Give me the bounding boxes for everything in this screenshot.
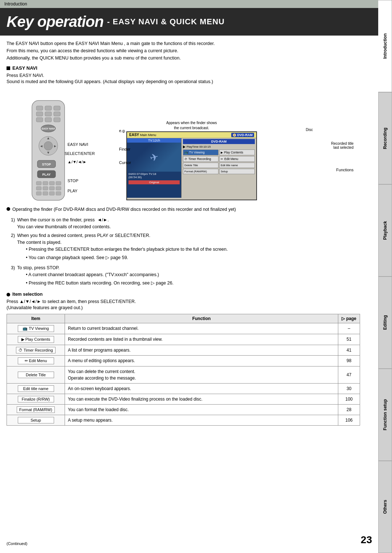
step-2-text: When you find a desired content, press P… [17, 232, 228, 239]
table-cell-page: 100 [338, 394, 360, 404]
plane-icon: ✈ [148, 150, 160, 164]
label-arrows: ▲/▼/◄/► [68, 160, 87, 164]
table-cell-function: You can execute the DVD-Video finalizing… [65, 394, 338, 404]
svg-rect-26 [36, 187, 41, 190]
svg-rect-28 [49, 187, 54, 190]
table-cell-item: Setup [7, 415, 65, 425]
sidebar-tab-introduction[interactable]: Introduction [378, 0, 392, 92]
table-cell-item: Delete Title [7, 366, 65, 383]
intro-text-1: The EASY NAVI button opens the EASY NAVI… [7, 41, 215, 46]
svg-text:►: ► [53, 144, 57, 148]
table-cell-function: A menu of editing options appears. [65, 355, 338, 366]
screen-mockup: EASY Main Menu 📀 DVD-RAM TV:12ch ✈ 04/03… [126, 131, 257, 200]
step-1-sub: You can view thumbnails of recorded cont… [17, 224, 111, 230]
label-easy-navi: EASY NAVI [68, 142, 88, 147]
table-cell-page: 47 [338, 366, 360, 383]
sound-muted-text: Sound is muted and the following GUI app… [7, 79, 360, 84]
function-table: Item Function ▷ page 📺 TV ViewingReturn … [7, 314, 360, 426]
svg-rect-7 [36, 118, 43, 122]
play-time-indicator: PlayTime 00:10:15 [183, 145, 255, 148]
menu-item-delete-title[interactable]: Delete Title [183, 163, 219, 168]
page-number: 23 [361, 534, 372, 546]
svg-rect-9 [54, 118, 60, 122]
label-functions: Functions [336, 168, 354, 172]
step-1: 1) When the cursor is on the finder, pre… [11, 217, 360, 230]
step-2-sub1: The content is played. [17, 239, 228, 246]
col-header-item: Item [7, 314, 65, 323]
table-row: Format (RAM/RW)You can format the loaded… [7, 404, 360, 415]
table-cell-function: You can delete the current content.Opera… [65, 366, 338, 383]
menu-item-play-contents[interactable]: ▶ Play Contents [219, 149, 255, 155]
screen-body: TV:12ch ✈ 04/03 07:00pm TV:18 (00:54:30)… [127, 138, 256, 198]
item-selection-bullet-icon [7, 293, 10, 296]
svg-rect-6 [54, 112, 60, 116]
table-cell-item: Finalize (R/RW) [7, 394, 65, 404]
dvdram-badge: 📀 DVD-RAM [231, 133, 254, 137]
sidebar-tab-others[interactable]: Others [378, 461, 392, 553]
svg-rect-23 [43, 181, 48, 185]
bullet-operating-finder: Operating the finder (For DVD-RAM discs … [7, 206, 360, 213]
table-cell-item: Format (RAM/RW) [7, 404, 65, 415]
svg-text:EASY NAVI: EASY NAVI [41, 127, 55, 130]
table-row: ⏱ Timer RecordingA list of timer program… [7, 345, 360, 355]
item-selection-text1: Press ▲/▼/◄/► to select an item, then pr… [7, 299, 360, 304]
label-disc: Disc [306, 128, 313, 132]
play-contents-icon: ▶ [221, 151, 223, 154]
sidebar-tab-editing[interactable]: Editing [378, 276, 392, 369]
sidebar-tab-recording[interactable]: Recording [378, 92, 392, 184]
svg-text:PLAY: PLAY [42, 173, 50, 176]
steps-section: 1) When the cursor is on the finder, pre… [7, 217, 360, 288]
label-finder: Finder [119, 147, 130, 151]
label-play: PLAY [68, 189, 77, 193]
menu-item-timer-recording[interactable]: ⏱ Timer Recording [183, 156, 219, 162]
sidebar-tab-function-setup[interactable]: Function setup [378, 369, 392, 461]
title-main: Key operation [7, 13, 103, 30]
svg-rect-5 [45, 112, 52, 116]
finder-time: 04/03 07:00pm TV:18 (00:54:30) [127, 172, 181, 180]
menu-item-tv-viewing[interactable]: 📺 TV Viewing [183, 149, 219, 155]
svg-rect-33 [56, 192, 61, 195]
menu-item-format[interactable]: Format (RAM/RW) [183, 169, 219, 174]
label-recorded-title: Recorded titlelast selected [331, 142, 354, 149]
title-sub: - EASY NAVI & QUICK MENU [107, 17, 225, 26]
table-cell-page: 30 [338, 383, 360, 394]
menu-grid: 📺 TV Viewing ▶ Play Contents ⏱ Timer Rec… [183, 149, 255, 174]
table-row: ✏ Edit MenuA menu of editing options app… [7, 355, 360, 366]
table-row: Finalize (R/RW)You can execute the DVD-V… [7, 394, 360, 404]
screen-header: EASY Main Menu 📀 DVD-RAM [127, 132, 256, 138]
table-cell-page: 51 [338, 334, 360, 345]
svg-rect-22 [36, 181, 41, 185]
channel-indicator: TV:12ch [127, 138, 181, 143]
tv-icon: 📺 [184, 151, 188, 154]
table-cell-item: Edit title name [7, 383, 65, 394]
label-appears-broadcast: Appears when the finder showsthe current… [166, 120, 217, 131]
item-selection-label: Item selection [12, 292, 42, 297]
item-selection-section: Item selection [7, 292, 360, 297]
page-title-block: Key operation - EASY NAVI & QUICK MENU [0, 8, 392, 36]
intro-text-3: Additionally, the QUICK MENU button prov… [7, 56, 181, 61]
continued-text: (Continued) [7, 541, 27, 546]
item-selection-text2: (Unavailable features are grayed out.) [7, 305, 360, 310]
table-row: ▶ Play ContentsRecorded contents are lis… [7, 334, 360, 345]
section-easy-navi: EASY NAVI [7, 65, 360, 71]
table-row: Delete TitleYou can delete the current c… [7, 366, 360, 383]
sidebar-tab-playback[interactable]: Playback [378, 184, 392, 276]
svg-rect-3 [54, 106, 60, 110]
menu-item-edit-menu[interactable]: ✏ Edit Menu [219, 156, 255, 162]
table-cell-function: Recorded contents are listed in a thumbn… [65, 334, 338, 345]
table-cell-function: A list of timer programs appears. [65, 345, 338, 355]
table-row: Edit title nameAn on-screen keyboard app… [7, 383, 360, 394]
label-cursor: Cursor [119, 160, 131, 165]
menu-item-edit-title-name[interactable]: Edit title name [219, 163, 255, 168]
menu-item-setup[interactable]: Setup [219, 169, 255, 174]
finder-image: ✈ [127, 143, 181, 172]
table-cell-page: 28 [338, 404, 360, 415]
step-1-text: When the cursor is on the finder, press … [17, 217, 111, 224]
timer-icon: ⏱ [184, 157, 187, 161]
original-badge: Original [128, 180, 180, 184]
step-3-text: To stop, press STOP. [17, 265, 173, 271]
svg-rect-1 [36, 106, 43, 110]
label-select-enter: SELECT/ENTER [65, 151, 95, 156]
table-cell-page: 98 [338, 355, 360, 366]
table-cell-function: A setup menu appears. [65, 415, 338, 425]
